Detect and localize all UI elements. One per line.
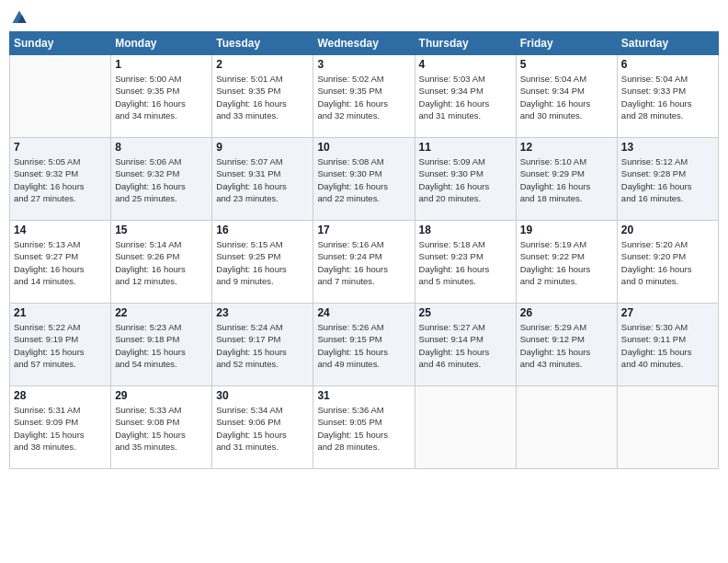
calendar-cell: 13Sunrise: 5:12 AMSunset: 9:28 PMDayligh… (617, 138, 718, 221)
day-info: Sunrise: 5:01 AMSunset: 9:35 PMDaylight:… (216, 73, 309, 121)
calendar-cell (415, 386, 516, 469)
calendar-cell: 9Sunrise: 5:07 AMSunset: 9:31 PMDaylight… (212, 138, 313, 221)
header-monday: Monday (111, 32, 212, 55)
calendar-cell: 26Sunrise: 5:29 AMSunset: 9:12 PMDayligh… (516, 304, 617, 386)
logo (9, 9, 28, 26)
day-number: 21 (14, 306, 107, 319)
day-info: Sunrise: 5:18 AMSunset: 9:23 PMDaylight:… (419, 238, 512, 287)
calendar-cell: 15Sunrise: 5:14 AMSunset: 9:26 PMDayligh… (111, 221, 212, 304)
day-number: 23 (216, 306, 309, 319)
day-number: 25 (419, 306, 512, 319)
calendar-cell: 27Sunrise: 5:30 AMSunset: 9:11 PMDayligh… (617, 304, 718, 386)
day-info: Sunrise: 5:04 AMSunset: 9:33 PMDaylight:… (621, 73, 714, 121)
calendar-week-1: 1Sunrise: 5:00 AMSunset: 9:35 PMDaylight… (10, 55, 719, 138)
day-info: Sunrise: 5:06 AMSunset: 9:32 PMDaylight:… (115, 155, 208, 204)
day-number: 15 (115, 224, 208, 236)
header-friday: Friday (516, 32, 617, 55)
calendar-cell: 8Sunrise: 5:06 AMSunset: 9:32 PMDaylight… (111, 138, 212, 221)
day-info: Sunrise: 5:30 AMSunset: 9:11 PMDaylight:… (621, 321, 714, 370)
day-info: Sunrise: 5:36 AMSunset: 9:05 PMDaylight:… (317, 404, 410, 453)
day-number: 2 (216, 58, 309, 71)
day-number: 11 (419, 141, 512, 154)
day-info: Sunrise: 5:22 AMSunset: 9:19 PMDaylight:… (14, 321, 107, 370)
day-number: 19 (520, 224, 613, 236)
day-number: 4 (419, 58, 512, 71)
day-info: Sunrise: 5:26 AMSunset: 9:15 PMDaylight:… (317, 321, 410, 370)
calendar-cell: 7Sunrise: 5:05 AMSunset: 9:32 PMDaylight… (10, 138, 111, 221)
calendar-cell: 3Sunrise: 5:02 AMSunset: 9:35 PMDaylight… (313, 55, 415, 138)
day-info: Sunrise: 5:13 AMSunset: 9:27 PMDaylight:… (14, 238, 107, 287)
day-number: 13 (621, 141, 714, 154)
day-info: Sunrise: 5:20 AMSunset: 9:20 PMDaylight:… (621, 238, 714, 287)
day-number: 1 (115, 58, 208, 71)
day-number: 7 (14, 141, 107, 154)
calendar-cell: 20Sunrise: 5:20 AMSunset: 9:20 PMDayligh… (617, 221, 718, 304)
calendar: SundayMondayTuesdayWednesdayThursdayFrid… (9, 31, 719, 469)
day-number: 3 (317, 58, 410, 71)
day-number: 22 (115, 306, 208, 319)
day-info: Sunrise: 5:10 AMSunset: 9:29 PMDaylight:… (520, 155, 613, 204)
day-info: Sunrise: 5:23 AMSunset: 9:18 PMDaylight:… (115, 321, 208, 370)
calendar-cell: 17Sunrise: 5:16 AMSunset: 9:24 PMDayligh… (313, 221, 415, 304)
day-info: Sunrise: 5:15 AMSunset: 9:25 PMDaylight:… (216, 238, 309, 287)
day-number: 10 (317, 141, 410, 154)
page-header (9, 9, 719, 26)
calendar-cell: 11Sunrise: 5:09 AMSunset: 9:30 PMDayligh… (415, 138, 516, 221)
day-number: 30 (216, 389, 309, 402)
calendar-week-5: 28Sunrise: 5:31 AMSunset: 9:09 PMDayligh… (10, 386, 719, 469)
day-number: 24 (317, 306, 410, 319)
header-tuesday: Tuesday (212, 32, 313, 55)
calendar-cell: 10Sunrise: 5:08 AMSunset: 9:30 PMDayligh… (313, 138, 415, 221)
day-number: 9 (216, 141, 309, 154)
day-number: 26 (520, 306, 613, 319)
calendar-cell: 1Sunrise: 5:00 AMSunset: 9:35 PMDaylight… (111, 55, 212, 138)
day-info: Sunrise: 5:19 AMSunset: 9:22 PMDaylight:… (520, 238, 613, 287)
day-number: 20 (621, 224, 714, 236)
header-sunday: Sunday (10, 32, 111, 55)
calendar-cell: 18Sunrise: 5:18 AMSunset: 9:23 PMDayligh… (415, 221, 516, 304)
day-info: Sunrise: 5:33 AMSunset: 9:08 PMDaylight:… (115, 404, 208, 453)
day-info: Sunrise: 5:31 AMSunset: 9:09 PMDaylight:… (14, 404, 107, 453)
calendar-cell (10, 55, 111, 138)
calendar-cell: 14Sunrise: 5:13 AMSunset: 9:27 PMDayligh… (10, 221, 111, 304)
day-info: Sunrise: 5:27 AMSunset: 9:14 PMDaylight:… (419, 321, 512, 370)
day-info: Sunrise: 5:12 AMSunset: 9:28 PMDaylight:… (621, 155, 714, 204)
day-info: Sunrise: 5:02 AMSunset: 9:35 PMDaylight:… (317, 73, 410, 121)
day-info: Sunrise: 5:07 AMSunset: 9:31 PMDaylight:… (216, 155, 309, 204)
day-number: 16 (216, 224, 309, 236)
day-info: Sunrise: 5:00 AMSunset: 9:35 PMDaylight:… (115, 73, 208, 121)
calendar-cell: 4Sunrise: 5:03 AMSunset: 9:34 PMDaylight… (415, 55, 516, 138)
day-info: Sunrise: 5:14 AMSunset: 9:26 PMDaylight:… (115, 238, 208, 287)
day-info: Sunrise: 5:04 AMSunset: 9:34 PMDaylight:… (520, 73, 613, 121)
calendar-cell: 5Sunrise: 5:04 AMSunset: 9:34 PMDaylight… (516, 55, 617, 138)
header-saturday: Saturday (617, 32, 718, 55)
day-info: Sunrise: 5:08 AMSunset: 9:30 PMDaylight:… (317, 155, 410, 204)
calendar-cell (617, 386, 718, 469)
day-info: Sunrise: 5:09 AMSunset: 9:30 PMDaylight:… (419, 155, 512, 204)
calendar-cell: 6Sunrise: 5:04 AMSunset: 9:33 PMDaylight… (617, 55, 718, 138)
day-number: 8 (115, 141, 208, 154)
day-info: Sunrise: 5:03 AMSunset: 9:34 PMDaylight:… (419, 73, 512, 121)
day-info: Sunrise: 5:34 AMSunset: 9:06 PMDaylight:… (216, 404, 309, 453)
day-number: 18 (419, 224, 512, 236)
day-info: Sunrise: 5:29 AMSunset: 9:12 PMDaylight:… (520, 321, 613, 370)
day-number: 31 (317, 389, 410, 402)
calendar-cell: 16Sunrise: 5:15 AMSunset: 9:25 PMDayligh… (212, 221, 313, 304)
calendar-cell: 22Sunrise: 5:23 AMSunset: 9:18 PMDayligh… (111, 304, 212, 386)
day-number: 29 (115, 389, 208, 402)
calendar-cell: 30Sunrise: 5:34 AMSunset: 9:06 PMDayligh… (212, 386, 313, 469)
day-number: 17 (317, 224, 410, 236)
calendar-cell: 23Sunrise: 5:24 AMSunset: 9:17 PMDayligh… (212, 304, 313, 386)
calendar-cell: 2Sunrise: 5:01 AMSunset: 9:35 PMDaylight… (212, 55, 313, 138)
calendar-cell: 31Sunrise: 5:36 AMSunset: 9:05 PMDayligh… (313, 386, 415, 469)
day-number: 6 (621, 58, 714, 71)
calendar-cell: 19Sunrise: 5:19 AMSunset: 9:22 PMDayligh… (516, 221, 617, 304)
calendar-header-row: SundayMondayTuesdayWednesdayThursdayFrid… (10, 32, 719, 55)
header-wednesday: Wednesday (313, 32, 415, 55)
calendar-cell: 24Sunrise: 5:26 AMSunset: 9:15 PMDayligh… (313, 304, 415, 386)
day-info: Sunrise: 5:16 AMSunset: 9:24 PMDaylight:… (317, 238, 410, 287)
calendar-cell: 25Sunrise: 5:27 AMSunset: 9:14 PMDayligh… (415, 304, 516, 386)
day-number: 12 (520, 141, 613, 154)
day-number: 27 (621, 306, 714, 319)
day-info: Sunrise: 5:05 AMSunset: 9:32 PMDaylight:… (14, 155, 107, 204)
